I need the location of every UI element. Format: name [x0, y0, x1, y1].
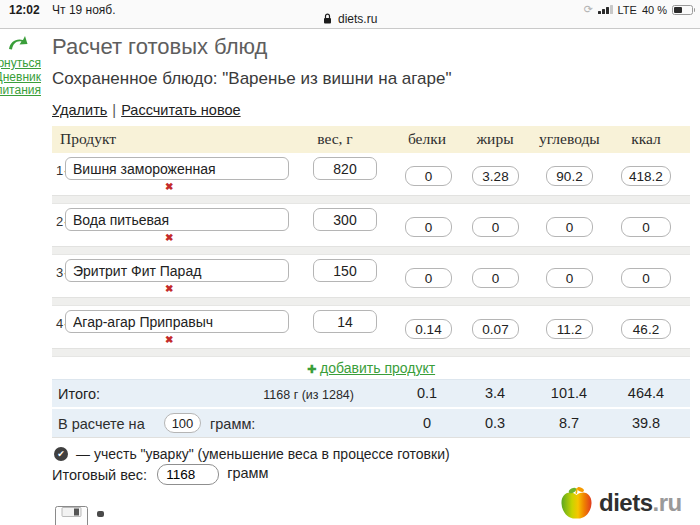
- protein-value-input[interactable]: [405, 217, 452, 237]
- fat-value-input[interactable]: [472, 166, 519, 186]
- totals-kcal: 464.4: [616, 385, 676, 401]
- nutrition-table: Продукт вес, г белки жиры углеводы ккал …: [52, 126, 690, 438]
- product-row: 1· ✖: [52, 153, 690, 195]
- col-product: Продукт: [60, 130, 116, 148]
- recalculate-link[interactable]: Рассчитать новое: [121, 102, 240, 118]
- network-label: LTE: [618, 4, 637, 16]
- protein-value-input[interactable]: [405, 166, 452, 186]
- uvarka-label: — учесть "уварку" (уменьшение веса в про…: [76, 446, 450, 462]
- fat-value-input[interactable]: [472, 268, 519, 288]
- row-separator: [52, 195, 690, 204]
- protein-value-input[interactable]: [405, 268, 452, 288]
- product-name-input[interactable]: [65, 208, 289, 231]
- totals-fat: 3.4: [465, 385, 525, 401]
- weight-input[interactable]: [313, 310, 377, 333]
- product-name-input[interactable]: [65, 310, 289, 333]
- weight-input[interactable]: [313, 259, 377, 282]
- save-icon[interactable]: [55, 506, 88, 525]
- totals-protein: 0.1: [397, 385, 457, 401]
- final-weight-label: Итоговый вес:: [52, 467, 147, 483]
- per100-carbs: 8.7: [539, 415, 599, 431]
- page-title: Расчет готовых блюд: [52, 34, 267, 60]
- signal-icon: [598, 5, 613, 14]
- row-separator: [52, 348, 690, 357]
- status-bar: 12:02 Чт 19 нояб. diets.ru ⟳ LTE 40 %: [0, 0, 700, 29]
- totals-carbs: 101.4: [539, 385, 599, 401]
- back-link-line[interactable]: питания: [0, 84, 41, 98]
- final-weight-input[interactable]: [157, 464, 219, 485]
- totals-row: Итого: 1168 г (из 1284) 0.1 3.4 101.4 46…: [52, 379, 690, 407]
- apple-icon: [558, 485, 595, 521]
- carbs-value-input[interactable]: [546, 268, 593, 288]
- final-weight-line: Итоговый вес:грамм: [52, 464, 269, 485]
- protein-value-input[interactable]: [405, 319, 452, 339]
- col-weight: вес, г: [305, 130, 365, 148]
- back-link-line[interactable]: Вернуться: [0, 57, 41, 71]
- url-text: diets.ru: [338, 12, 377, 26]
- product-name-input[interactable]: [65, 157, 289, 180]
- action-links: Удалить|Рассчитать новое: [52, 102, 241, 118]
- carbs-value-input[interactable]: [546, 166, 593, 186]
- col-protein: белки: [397, 130, 457, 148]
- kcal-value-input[interactable]: [621, 217, 671, 237]
- weight-input[interactable]: [313, 208, 377, 231]
- per100-fat: 0.3: [465, 415, 525, 431]
- uvarka-option: ✔ — учесть "уварку" (уменьшение веса в п…: [54, 446, 450, 462]
- weight-input[interactable]: [313, 157, 377, 180]
- remove-product-icon[interactable]: ✖: [165, 334, 173, 345]
- carbs-value-input[interactable]: [546, 217, 593, 237]
- per100-kcal: 39.8: [616, 415, 676, 431]
- logo-name: diets: [599, 489, 653, 516]
- clipped-text-fragment: [97, 511, 104, 517]
- battery-percent: 40 %: [642, 4, 667, 16]
- totals-label: Итого:: [58, 386, 100, 402]
- table-header: Продукт вес, г белки жиры углеводы ккал: [52, 126, 690, 153]
- back-arrow-icon[interactable]: [7, 35, 28, 56]
- col-fat: жиры: [465, 130, 525, 148]
- fat-value-input[interactable]: [472, 319, 519, 339]
- product-name-input[interactable]: [65, 259, 289, 282]
- kcal-value-input[interactable]: [621, 319, 671, 339]
- back-link-line[interactable]: Дневник: [0, 71, 41, 85]
- saved-dish-subtitle: Сохраненное блюдо: "Варенье из вишни на …: [52, 69, 451, 89]
- check-icon: ✔: [57, 449, 65, 459]
- row-separator: [52, 297, 690, 306]
- kcal-value-input[interactable]: [621, 268, 671, 288]
- per-100g-label-before: В расчете на: [58, 416, 145, 432]
- row-separator: [52, 246, 690, 255]
- lock-icon: [323, 13, 332, 24]
- add-product-link[interactable]: добавить продукт: [320, 360, 435, 376]
- back-nav-links[interactable]: Вернуться Дневник питания: [0, 57, 41, 98]
- product-row: 4· ✖: [52, 306, 690, 348]
- product-row: 3· ✖: [52, 255, 690, 297]
- col-carbs: углеводы: [539, 130, 599, 148]
- totals-weight: 1168 г (из 1284): [192, 388, 354, 402]
- logo-suffix: .ru: [653, 489, 682, 516]
- per-100g-row: В расчете на грамм: 0 0.3 8.7 39.8: [52, 409, 690, 438]
- logo-text: diets.ru: [599, 489, 682, 517]
- add-product-row: ✚добавить продукт: [52, 357, 690, 379]
- portion-grams-input[interactable]: [164, 413, 201, 433]
- links-separator: |: [112, 102, 116, 118]
- diets-logo[interactable]: diets.ru: [558, 485, 682, 521]
- final-weight-unit: грамм: [227, 465, 268, 481]
- fat-value-input[interactable]: [472, 217, 519, 237]
- carbs-value-input[interactable]: [546, 319, 593, 339]
- uvarka-checkbox[interactable]: ✔: [54, 447, 68, 461]
- battery-icon: [672, 5, 693, 15]
- per100-protein: 0: [397, 415, 457, 431]
- plus-icon: ✚: [307, 363, 316, 375]
- refresh-icon: ⟳: [584, 3, 593, 16]
- screen: 12:02 Чт 19 нояб. diets.ru ⟳ LTE 40 % Ве…: [0, 0, 700, 525]
- kcal-value-input[interactable]: [621, 166, 671, 186]
- status-right: ⟳ LTE 40 %: [584, 3, 693, 16]
- col-kcal: ккал: [616, 130, 676, 148]
- product-row: 2· ✖: [52, 204, 690, 246]
- per-100g-label-after: грамм:: [210, 416, 255, 432]
- remove-product-icon[interactable]: ✖: [165, 232, 173, 243]
- remove-product-icon[interactable]: ✖: [165, 283, 173, 294]
- delete-dish-link[interactable]: Удалить: [52, 102, 107, 118]
- remove-product-icon[interactable]: ✖: [165, 181, 173, 192]
